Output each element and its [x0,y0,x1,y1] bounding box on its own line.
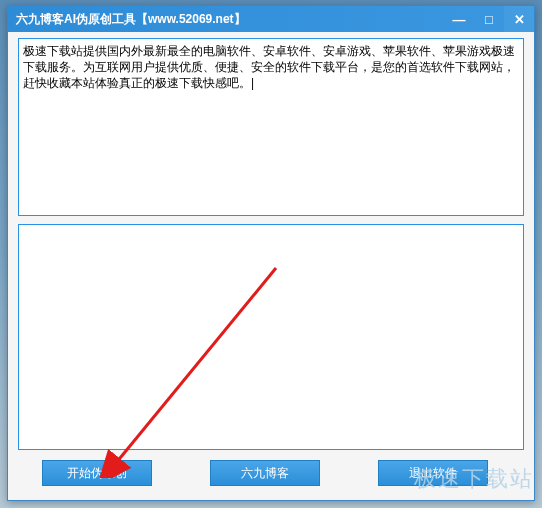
minimize-button[interactable]: — [444,6,474,32]
output-textarea[interactable] [18,224,524,450]
content-area: 开始伪原创 六九博客 退出软件 [8,32,534,500]
exit-button[interactable]: 退出软件 [378,460,488,486]
input-textarea[interactable] [18,38,524,216]
maximize-button[interactable]: □ [474,6,504,32]
start-button[interactable]: 开始伪原创 [42,460,152,486]
window-controls: — □ ✕ [444,6,534,32]
button-row: 开始伪原创 六九博客 退出软件 [18,458,524,486]
titlebar: 六九博客AI伪原创工具【www.52069.net】 — □ ✕ [8,6,534,32]
close-button[interactable]: ✕ [504,6,534,32]
app-window: 六九博客AI伪原创工具【www.52069.net】 — □ ✕ 开始伪原创 六… [7,5,535,501]
window-title: 六九博客AI伪原创工具【www.52069.net】 [16,11,444,28]
blog-button[interactable]: 六九博客 [210,460,320,486]
